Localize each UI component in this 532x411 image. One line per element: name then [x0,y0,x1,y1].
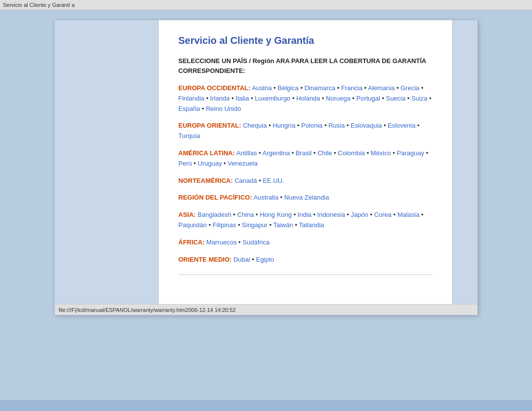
sidebar-left [55,20,158,315]
link-eslovaquia[interactable]: Eslovaquia [351,122,382,129]
link-venezuela[interactable]: Venezuela [228,160,258,167]
link-espana[interactable]: España [178,105,200,112]
link-peru[interactable]: Perú [178,160,192,167]
link-irlanda[interactable]: Irlanda [210,95,230,102]
link-finlandia[interactable]: Finlandia [178,95,204,102]
link-polonia[interactable]: Polonia [301,122,322,129]
link-paraguay[interactable]: Paraguay [397,149,425,157]
link-china[interactable]: China [237,211,254,218]
link-italia[interactable]: Italia [235,95,249,102]
link-grecia[interactable]: Grecia [400,84,419,92]
browser-frame: Servicio al Cliente y Garantía SELECCION… [54,20,478,315]
link-uruguay[interactable]: Uruguay [198,160,222,167]
link-malasia[interactable]: Malasia [398,211,420,218]
region-label-pacifico: REGIÓN DEL PACÍFICO: [178,194,252,201]
region-europa-occidental: EUROPA OCCIDENTAL: Austria • Bélgica • D… [178,83,432,114]
link-antillas[interactable]: Antillas [236,149,257,157]
page-subtitle: SELECCIONE UN PAÍS / Región ARA PARA LEE… [178,56,432,75]
page-layout: Servicio al Cliente y Garantía SELECCION… [55,20,477,315]
link-chequia[interactable]: Chequia [243,122,266,129]
link-sudafrica[interactable]: Sudáfrica [242,239,269,246]
link-mexico[interactable]: México [371,149,391,157]
link-turquia[interactable]: Turquía [178,132,200,139]
link-francia[interactable]: Francia [341,84,363,92]
region-label-europa-oriental: EUROPA ORIENTAL: [178,122,241,129]
link-hong-kong[interactable]: Hong Kong [260,211,292,218]
link-reino-unido[interactable]: Reino Unido [206,105,241,112]
link-luxemburgo[interactable]: Luxemburgo [255,95,290,102]
link-marruecos[interactable]: Marruecos [206,239,236,246]
region-oriente-medio: ORIENTE MEDIO: Dubai • Egipto [178,255,432,265]
region-countries-norteamerica: Canadá • EE.UU. [234,177,284,184]
link-eeuu[interactable]: EE.UU. [263,177,284,184]
link-holanda[interactable]: Holanda [296,95,320,102]
link-colombia[interactable]: Colombia [338,149,365,157]
region-label-europa-occidental: EUROPA OCCIDENTAL: [178,84,250,92]
link-taiwan[interactable]: Taiwán [273,221,293,229]
link-nueva-zelandia[interactable]: Nueva Zelandia [284,194,329,201]
link-noruega[interactable]: Noruega [326,95,351,102]
status-bar-text: file:///F|/lcd/manual/ESPANOL/warranty/w… [59,307,236,313]
link-chile[interactable]: Chile [317,149,332,157]
region-label-norteamerica: NORTEAMÉRICA: [178,177,233,184]
link-dubai[interactable]: Dubai [233,256,250,263]
link-tailandia[interactable]: Tailandia [299,221,324,229]
region-countries-asia: Bangladesh • China • Hong Kong • India •… [178,211,424,229]
link-egipto[interactable]: Egipto [256,256,274,263]
region-countries-pacifico: Australia • Nueva Zelandia [254,194,329,201]
region-pacifico: REGIÓN DEL PACÍFICO: Australia • Nueva Z… [178,193,432,203]
link-brasil[interactable]: Brasil [296,149,312,157]
link-india[interactable]: India [298,211,311,218]
status-bar: file:///F|/lcd/manual/ESPANOL/warranty/w… [55,304,477,315]
link-suecia[interactable]: Suecia [386,95,405,102]
sidebar-right [453,20,477,315]
region-countries-africa: Marruecos • Sudáfrica [206,239,269,246]
link-paquistan[interactable]: Paquistán [178,221,207,229]
link-portugal[interactable]: Portugal [356,95,380,102]
link-corea[interactable]: Corea [374,211,391,218]
link-singapur[interactable]: Singapur [242,221,267,229]
region-label-africa: ÁFRICA: [178,239,204,246]
browser-outer: Servicio al Cliente y Garantía SELECCION… [0,10,532,400]
link-eslovenia[interactable]: Eslovenia [388,122,415,129]
region-europa-oriental: EUROPA ORIENTAL: Chequia • Hungría • Pol… [178,121,432,141]
link-alemania[interactable]: Alemania [368,84,395,92]
title-bar: Servicio al Cliente y Garantí a [0,0,532,10]
link-suiza[interactable]: Suiza [411,95,428,102]
link-japon[interactable]: Japón [351,211,368,218]
region-label-asia: ASIA: [178,211,196,218]
content-divider [178,274,432,275]
link-bangladesh[interactable]: Bangladesh [198,211,232,218]
link-indonesia[interactable]: Indonesia [317,211,345,218]
content-area: Servicio al Cliente y Garantía SELECCION… [158,20,453,315]
link-austria[interactable]: Austria [252,84,271,92]
page-title: Servicio al Cliente y Garantía [178,35,432,46]
region-label-america-latina: AMÉRICA LATINA: [178,149,235,157]
title-bar-text: Servicio al Cliente y Garantí a [3,2,75,8]
region-countries-oriente-medio: Dubai • Egipto [233,256,274,263]
link-australia[interactable]: Australia [254,194,279,201]
link-dinamarca[interactable]: Dinamarca [304,84,335,92]
link-argentina[interactable]: Argentina [263,149,290,157]
link-rusia[interactable]: Rusia [329,122,345,129]
region-label-oriente-medio: ORIENTE MEDIO: [178,256,232,263]
region-america-latina: AMÉRICA LATINA: Antillas • Argentina • B… [178,148,432,169]
link-filipinas[interactable]: Filipinas [213,221,236,229]
region-africa: ÁFRICA: Marruecos • Sudáfrica [178,238,432,248]
region-asia: ASIA: Bangladesh • China • Hong Kong • I… [178,210,432,231]
link-belgica[interactable]: Bélgica [278,84,299,92]
region-norteamerica: NORTEAMÉRICA: Canadá • EE.UU. [178,176,432,186]
link-canada[interactable]: Canadá [234,177,257,184]
link-hungria[interactable]: Hungría [272,122,295,129]
